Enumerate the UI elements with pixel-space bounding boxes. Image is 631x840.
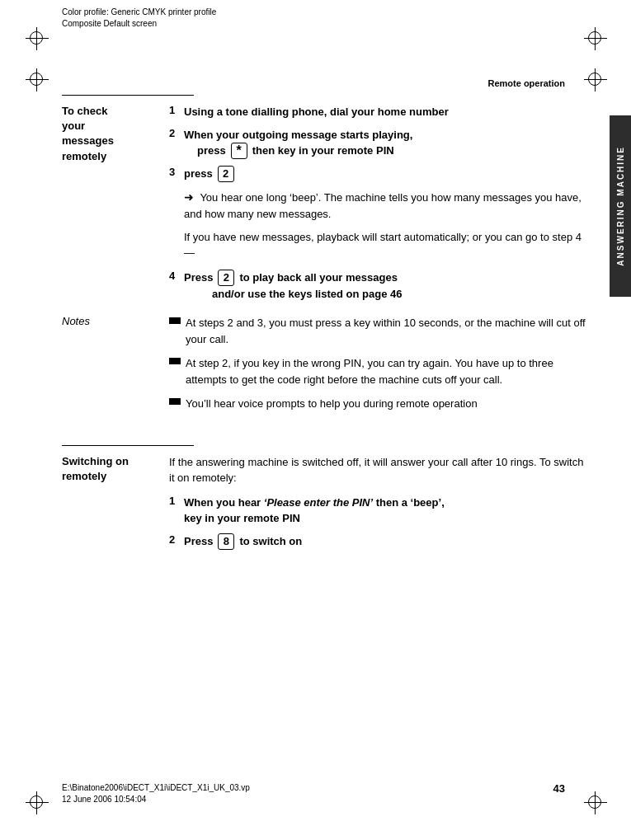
step3: 3 press 2: [169, 166, 586, 182]
section1-content: 1 Using a tone dialling phone, dial your…: [169, 104, 586, 308]
note2-text: At step 2, if you key in the wrong PIN, …: [186, 355, 586, 387]
note3-text: You’ll hear voice prompts to help you du…: [186, 396, 478, 412]
note2-bullet: [169, 358, 181, 364]
step4: 4 Press 2 to play back all your messages…: [169, 270, 586, 303]
step1: 1 Using a tone dialling phone, dial your…: [169, 104, 586, 120]
step3-press-label: press: [184, 166, 213, 182]
section2-step2-suffix: to switch on: [239, 533, 302, 550]
step2: 2 When your outgoing message starts play…: [169, 127, 586, 160]
reg-mark-top-right: [588, 31, 601, 45]
section2-content: If the answering machine is switched off…: [169, 454, 586, 556]
note1-bullet: [169, 317, 181, 324]
section2: Switching on remotely If the answering m…: [62, 454, 586, 556]
reg-mark-top-left: [30, 31, 43, 45]
footer-left: E:\Binatone2006\iDECT_X1i\iDECT_X1i_UK_0…: [62, 782, 250, 805]
main-content: To check your messages remotely 1 Using …: [62, 95, 586, 774]
section2-step2: 2 Press 8 to switch on: [169, 533, 586, 550]
notes-label: Notes: [62, 315, 169, 420]
step4-press-label: Press: [184, 270, 213, 286]
section1-line: [62, 95, 194, 96]
section2-intro: If the answering machine is switched off…: [169, 454, 586, 486]
section2-step1-then: then a ‘beep’,: [376, 496, 445, 509]
note1-text: At steps 2 and 3, you must press a key w…: [186, 315, 586, 347]
side-tab: ANSWERING MACHINE: [610, 115, 631, 297]
section2-step1-key-in: key in your remote PIN: [184, 512, 300, 524]
step2-press-label: press: [197, 143, 226, 159]
step4-line3: and/or use the keys listed on page 46: [212, 288, 402, 300]
notes-content: At steps 2 and 3, you must press a key w…: [169, 315, 586, 420]
reg-mark-mid-right: [588, 73, 601, 86]
section2-step2-press: Press: [184, 533, 213, 550]
reg-mark-bottom-left: [30, 795, 43, 809]
step3-para1: ➜ You hear one long ‘beep’. The machine …: [169, 189, 586, 223]
side-tab-label: ANSWERING MACHINE: [616, 146, 625, 266]
step2-star-key: *: [231, 143, 247, 159]
section2-step1-italic: ‘Please enter the PIN’: [264, 496, 373, 509]
step3-arrow: ➜: [184, 190, 194, 204]
step4-line2: to play back all your messages: [239, 270, 397, 286]
section2-step1: 1 When you hear ‘Please enter the PIN’ t…: [169, 495, 586, 527]
reg-mark-mid-left: [30, 73, 43, 86]
note3: You’ll hear voice prompts to help you du…: [169, 396, 586, 412]
section1: To check your messages remotely 1 Using …: [62, 104, 586, 308]
section2-label: Switching on remotely: [62, 454, 169, 556]
note1: At steps 2 and 3, you must press a key w…: [169, 315, 586, 347]
page-number: 43: [553, 782, 565, 795]
step4-key2: 2: [218, 270, 234, 286]
top-info: Color profile: Generic CMYK printer prof…: [62, 7, 216, 30]
note2: At step 2, if you key in the wrong PIN, …: [169, 355, 586, 387]
section2-separator: [62, 445, 586, 446]
notes-section: Notes At steps 2 and 3, you must press a…: [62, 315, 586, 420]
step2-then-label: then key in your remote PIN: [252, 143, 394, 159]
reg-mark-bottom-right: [588, 795, 601, 809]
header-right: Remote operation: [487, 78, 565, 88]
section2-line: [62, 445, 194, 446]
step3-para2: If you have new messages, playback will …: [169, 229, 586, 261]
step3-key2: 2: [218, 166, 234, 182]
note3-bullet: [169, 398, 181, 405]
section2-key8: 8: [218, 533, 234, 550]
section1-label: To check your messages remotely: [62, 104, 169, 308]
